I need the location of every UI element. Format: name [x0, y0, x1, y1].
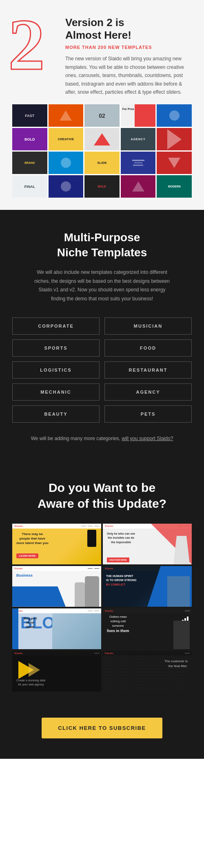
- niche-btn-logistics[interactable]: LOGISTICS: [12, 361, 100, 379]
- niche-btn-food[interactable]: FOOD: [104, 339, 192, 357]
- screenshot-header: Slaido: [12, 608, 101, 613]
- niche-btn-agency[interactable]: AGENCY: [104, 383, 192, 401]
- screenshot-inner: Slaido THE HUMAN SPIRITIS TO GROW STRONG…: [103, 566, 192, 607]
- version-section: 2 Version 2 is Almost Here! MORE THAN 20…: [0, 0, 204, 210]
- arrow-2: [29, 663, 40, 677]
- nav-dot: [94, 526, 99, 527]
- slaido-logo: Slaido: [105, 567, 113, 570]
- preview-cell: SLIDE: [84, 152, 120, 174]
- person-graphic-2: [75, 582, 85, 607]
- slaido-logo: Slaido: [14, 567, 23, 570]
- screenshots-grid-row2: Slaido Business Slaido: [12, 566, 192, 607]
- screenshot-yellow: Slaido There may bepeople that havemore …: [12, 524, 101, 564]
- screenshot-geometric: Slaido Only he who can seethe invisible …: [103, 524, 192, 564]
- conflict-text: THE HUMAN SPIRITIS TO GROW STRONGBY CONF…: [106, 574, 137, 587]
- preview-cell: [157, 128, 192, 150]
- niche-buttons-grid: CORPORATE MUSICIAN SPORTS FOOD LOGISTICS…: [12, 317, 192, 423]
- preview-cell: [49, 152, 84, 174]
- nav-dot: [88, 568, 93, 569]
- version-subtitle: MORE THAN 200 NEW TEMPLATES: [65, 45, 192, 50]
- nav-dots: [185, 610, 190, 611]
- niche-support-link[interactable]: will you support Slaido?: [122, 436, 173, 441]
- aware-section: Do you Want to be Aware of this Update? …: [0, 459, 204, 701]
- slide-text: There may bepeople that havemore talent …: [16, 532, 49, 546]
- preview-cell: [49, 175, 84, 198]
- texture-bg: [103, 651, 192, 692]
- slaido-logo: Slaido: [105, 525, 113, 527]
- screenshot-conflict: Slaido THE HUMAN SPIRITIS TO GROW STRONG…: [103, 566, 192, 607]
- niche-btn-beauty[interactable]: BEAUTY: [12, 405, 100, 423]
- nav-dot: [81, 526, 86, 527]
- nav-dots: [88, 610, 99, 611]
- screenshot-header: Slaido: [12, 651, 101, 656]
- niche-note-prefix: We will be adding many more categories,: [31, 436, 120, 441]
- blog-text: Blog postaboutSlaido: [24, 617, 37, 630]
- nav-dots: [88, 568, 99, 569]
- subscribe-section: CLICK HERE TO SUBSCRIBE: [0, 701, 204, 759]
- agency-text: Create a stunning slidefor your web agen…: [16, 679, 46, 687]
- nav-dot: [94, 610, 99, 611]
- niche-btn-restaurant[interactable]: RESTAURANT: [104, 361, 192, 379]
- version-content: Version 2 is Almost Here! MORE THAN 200 …: [65, 16, 192, 96]
- screenshot-header: Slaido: [103, 608, 192, 613]
- filter-text: The customer isthe final filter.: [164, 659, 188, 669]
- version-description: The new version of Slaido will bring you…: [65, 55, 192, 96]
- person-graphic: [85, 576, 99, 607]
- niche-btn-pets[interactable]: PETS: [104, 405, 192, 423]
- screenshot-clothes: Slaido Clothes meannothing untilsomeonel…: [103, 608, 192, 649]
- preview-cell: AGENCY: [121, 128, 156, 150]
- screenshot-business: Slaido Business: [12, 566, 101, 607]
- preview-cell: BOLD: [84, 175, 120, 198]
- niche-description: We will also include new templates categ…: [33, 268, 171, 303]
- preview-cell: FAST: [12, 104, 47, 127]
- nav-dots: [94, 653, 99, 654]
- screenshots-grid-row4: Slaido Create a stunning slidefor your w…: [12, 651, 192, 692]
- blue-stripe: [12, 608, 18, 649]
- screenshot-inner: Slaido Business: [12, 566, 101, 607]
- screenshot-inner: Slaido Only he who can seethe invisible …: [103, 524, 192, 564]
- preview-cell: [157, 104, 192, 127]
- screenshot-inner: Slaido The customer isthe final filter.: [103, 651, 192, 692]
- screenshots-grid-row1: Slaido There may bepeople that havemore …: [12, 524, 192, 564]
- niche-title: Multi-Purpose Niche Templates: [12, 230, 192, 260]
- niche-btn-musician[interactable]: MUSICIAN: [104, 317, 192, 335]
- preview-cell: [49, 104, 84, 127]
- screenshot-header: Slaido: [12, 524, 101, 529]
- slaido-logo: Slaido: [14, 652, 23, 654]
- screenshot-filter: Slaido The customer isthe final filter.: [103, 651, 192, 692]
- niche-btn-sports[interactable]: SPORTS: [12, 339, 100, 357]
- niche-btn-mechanic[interactable]: MECHANIC: [12, 383, 100, 401]
- preview-cell: [121, 175, 156, 198]
- version-number: 2: [8, 8, 45, 82]
- nav-dot: [88, 610, 93, 611]
- preview-cell: For Pros: [121, 104, 156, 127]
- screenshot-agency: Slaido Create a stunning slidefor your w…: [12, 651, 101, 692]
- nav-dot: [94, 653, 99, 654]
- clothes-text: Clothes meannothing untilsomeonelives in…: [107, 615, 129, 634]
- nav-dot: [94, 568, 99, 569]
- slaido-logo: Slaido: [14, 525, 23, 527]
- template-preview-grid: FAST 02 For Pros BOLD CREATIVE A: [12, 104, 192, 198]
- nav-dots: [81, 526, 99, 527]
- phone-graphic: [87, 530, 96, 547]
- niche-note: We will be adding many more categories, …: [12, 435, 192, 443]
- screenshot-blog: Slaido BLO Blog postaboutSlaido: [12, 608, 101, 649]
- screenshot-inner: Slaido Clothes meannothing untilsomeonel…: [103, 608, 192, 649]
- screenshots-grid-row3: Slaido BLO Blog postaboutSlaido: [12, 608, 192, 649]
- version-title: Version 2 is Almost Here!: [65, 16, 192, 42]
- slide-text: Only he who can seethe invisible can dot…: [107, 532, 135, 545]
- preview-cell: BRAND: [12, 152, 47, 174]
- preview-cell: [84, 128, 120, 150]
- subscribe-button[interactable]: CLICK HERE TO SUBSCRIBE: [42, 718, 162, 738]
- blog-image: [52, 613, 101, 649]
- aware-title: Do you Want to be Aware of this Update?: [12, 480, 192, 511]
- niche-btn-corporate[interactable]: CORPORATE: [12, 317, 100, 335]
- person-graphic: [173, 621, 190, 649]
- screenshot-inner: Slaido Create a stunning slidefor your w…: [12, 651, 101, 692]
- preview-cell: FINAL: [12, 175, 47, 198]
- screenshot-header: Slaido: [12, 566, 101, 571]
- slide-button: DISCOVER MORE: [107, 557, 129, 562]
- screenshot-inner: Slaido There may bepeople that havemore …: [12, 524, 101, 564]
- slide-cta-button: LEARN MORE: [16, 553, 38, 558]
- preview-cell: [157, 152, 192, 174]
